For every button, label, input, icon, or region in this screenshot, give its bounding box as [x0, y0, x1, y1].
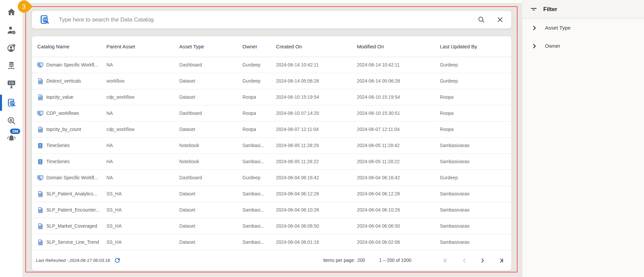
cell-type: Dataset: [179, 191, 242, 196]
sidebar-item-user-settings[interactable]: [0, 22, 22, 38]
previous-page-button[interactable]: [460, 257, 468, 265]
next-page-button[interactable]: [478, 257, 487, 265]
cell-updated_by: Sambasivarao: [440, 224, 511, 229]
sidebar-item-user-status[interactable]: !: [0, 40, 22, 56]
last-page-button[interactable]: [497, 257, 505, 265]
cell-type: Dataset: [179, 127, 242, 132]
cell-parent: SS_HA: [106, 207, 179, 213]
catalog-name: Domain Specific Workfl...: [46, 62, 98, 67]
catalog-name: topcity_value: [46, 95, 74, 100]
cell-parent: SS_HA: [106, 224, 179, 229]
cell-modified: 2024-06-04 06:06:50: [357, 224, 440, 229]
table-row[interactable]: Domain Specific Workfl...NADashboardGurd…: [32, 57, 511, 73]
cell-parent: NA: [106, 175, 179, 180]
catalog-name: TimeSeries: [46, 159, 70, 164]
table-row[interactable]: CDP_workflowsNADashboardRoopa2024-06-10 …: [32, 105, 511, 122]
items-per-page-value[interactable]: 200: [357, 258, 365, 263]
filter-section-asset-type[interactable]: Asset Type: [522, 19, 644, 37]
table-row[interactable]: Distinct_verticalsworkflowDatasetGurdeep…: [32, 73, 511, 89]
user-settings-icon: [7, 26, 16, 35]
dataset-icon: [37, 127, 43, 133]
step-annotation-number: 3: [22, 3, 26, 10]
cell-modified: 2024-06-07 12:11:04: [357, 127, 440, 132]
column-header-catalog-name: Catalog Name: [37, 44, 106, 49]
cell-owner: Sambasi...: [242, 143, 276, 148]
close-icon[interactable]: [496, 16, 504, 24]
dataset-icon: [37, 207, 43, 213]
dashboard-icon: [37, 175, 43, 181]
cell-updated_by: Gurdeep: [440, 79, 511, 84]
column-header-last-updated-by: Last Updated By: [440, 44, 511, 49]
search-icon[interactable]: [477, 16, 485, 24]
cell-updated_by: Roopa: [440, 127, 511, 132]
table-row[interactable]: SLP_Patient_Encounter...SS_HADatasetSamb…: [32, 202, 511, 218]
search-input[interactable]: [58, 16, 477, 24]
dataset-icon: [37, 78, 43, 84]
cell-created: 2024-06-04 06:12:26: [276, 191, 357, 196]
cell-type: Notebook: [179, 159, 242, 164]
cell-updated_by: Roopa: [440, 95, 511, 100]
dashboard-icon: [37, 110, 43, 117]
cell-modified: 2024-06-04 06:10:26: [357, 207, 440, 213]
dataset-icon: [37, 94, 43, 100]
filter-title: Filter: [543, 6, 557, 13]
filter-section-label: Asset Type: [545, 25, 570, 31]
filter-icon: [530, 5, 538, 13]
cell-created: 2024-06-04 06:06:50: [276, 224, 357, 229]
cell-owner: Sambasi...: [242, 207, 276, 213]
cell-created: 2024-06-14 05:06:28: [276, 79, 357, 84]
catalog-name: Distinct_verticals: [46, 79, 81, 84]
table-row[interactable]: Domain Specific Workfl...NADashboardGurd…: [32, 170, 511, 186]
table-row[interactable]: topcity_valuecdp_workflowDatasetRoopa202…: [32, 89, 511, 105]
table-header-row: Catalog NameParent AssetAsset TypeOwnerC…: [32, 36, 511, 57]
cell-owner: Gurdeep: [242, 79, 276, 84]
cell-created: 2024-06-04 06:01:16: [276, 240, 357, 245]
last-refreshed-text: Last Refreshed - 2024-06-17 06:03:18: [36, 258, 110, 263]
user-status-icon: !: [7, 43, 16, 53]
cell-updated_by: Sambasivarao: [440, 143, 511, 148]
screen: !298 3 Catalog NameParent AssetAsset Typ…: [0, 0, 644, 277]
cell-modified: 2024-06-04 06:12:26: [357, 191, 440, 196]
catalog-name: topcity_by_count: [46, 127, 81, 132]
column-header-created-on: Created On: [276, 44, 357, 49]
table-row[interactable]: TimeSeriesHANotebookSambasi...2024-06-05…: [32, 138, 511, 154]
svg-text:!: !: [13, 44, 14, 47]
data-catalog-icon: [39, 14, 50, 25]
pagination-range: 1 – 200 of 1000: [379, 258, 411, 263]
cell-modified: 2024-06-05 11:28:22: [357, 159, 440, 164]
table-row[interactable]: SLP_Market_CoveragedSS_HADatasetSambasi.…: [32, 218, 511, 234]
cell-modified: 2024-06-14 05:06:28: [357, 79, 440, 84]
table-row[interactable]: TimeSeriesHANotebookSambasi...2024-06-05…: [32, 154, 511, 170]
sidebar-item-data-catalog[interactable]: [0, 95, 22, 111]
sidebar-item-training[interactable]: [0, 76, 22, 92]
catalog-name: CDP_workflows: [46, 111, 79, 116]
cell-type: Dataset: [179, 224, 242, 229]
data-sources-icon: [7, 61, 16, 71]
table-body: Domain Specific Workfl...NADashboardGurd…: [32, 57, 511, 250]
sidebar-item-data-search[interactable]: [0, 113, 22, 129]
cell-modified: 2024-06-04 06:02:06: [357, 240, 440, 245]
cell-modified: 2024-06-04 06:16:42: [357, 175, 440, 180]
cell-created: 2024-06-04 06:10:26: [276, 207, 357, 213]
filter-panel: Filter Asset TypeOwner: [522, 0, 644, 277]
filter-section-owner[interactable]: Owner: [522, 37, 644, 55]
sidebar-item-notifications[interactable]: 298: [0, 131, 22, 147]
table-row[interactable]: SLP_Service_Line_TrendSS_HADatasetSambas…: [32, 234, 511, 250]
notebook-icon: [37, 159, 43, 165]
table-footer: Last Refreshed - 2024-06-17 06:03:18 Ite…: [32, 250, 511, 270]
table-row[interactable]: topcity_by_countcdp_workflowDatasetRoopa…: [32, 122, 511, 138]
catalog-name: TimeSeries: [46, 143, 70, 148]
cell-owner: Sambasi...: [242, 159, 276, 164]
refresh-icon[interactable]: [114, 257, 121, 264]
chevron-right-icon: [532, 25, 537, 31]
table-row[interactable]: SLP_Patient_Analytics...SS_HADatasetSamb…: [32, 186, 511, 202]
first-page-button[interactable]: [442, 257, 450, 265]
sidebar-item-data-sources[interactable]: [0, 58, 22, 74]
cell-created: 2024-06-14 10:42:11: [276, 62, 357, 67]
filter-header: Filter: [522, 0, 644, 19]
home-icon: [7, 7, 16, 17]
cell-type: Notebook: [179, 143, 242, 148]
column-header-asset-type: Asset Type: [179, 44, 242, 49]
column-header-parent-asset: Parent Asset: [106, 44, 179, 49]
data-catalog-icon: [7, 98, 16, 107]
